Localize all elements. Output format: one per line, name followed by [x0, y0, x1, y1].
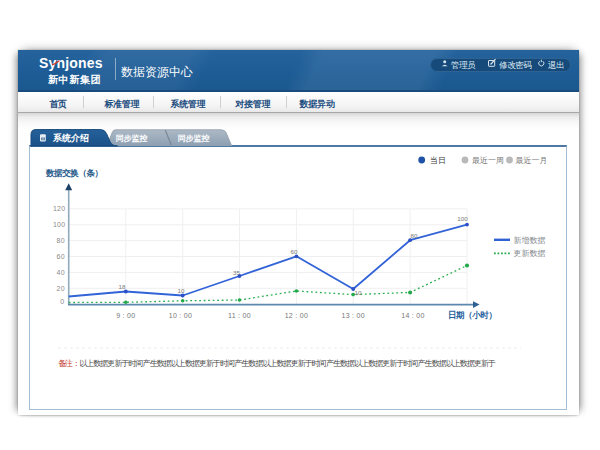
svg-text:10: 10 [355, 289, 362, 296]
svg-text:80: 80 [57, 237, 65, 244]
svg-text:10 : 00: 10 : 00 [169, 312, 193, 319]
svg-text:35: 35 [233, 269, 240, 276]
svg-text:20: 20 [57, 285, 65, 292]
svg-text:13 : 00: 13 : 00 [341, 312, 365, 319]
svg-text:新增数据: 新增数据 [514, 236, 546, 245]
svg-text:9 : 00: 9 : 00 [116, 312, 135, 319]
svg-text:当日: 当日 [430, 156, 446, 165]
svg-text:数据交换（条）: 数据交换（条） [45, 168, 103, 178]
svg-text:80: 80 [411, 232, 418, 239]
svg-text:12 : 00: 12 : 00 [285, 312, 309, 319]
svg-text:60: 60 [291, 248, 298, 255]
svg-text:60: 60 [57, 253, 65, 260]
svg-text:11 : 00: 11 : 00 [228, 312, 251, 319]
svg-text:18: 18 [119, 283, 126, 290]
svg-text:120: 120 [53, 205, 66, 212]
svg-text:100: 100 [457, 215, 468, 222]
svg-text:最近一周: 最近一周 [472, 156, 504, 165]
svg-text:100: 100 [53, 221, 66, 228]
svg-text:日期（小时）: 日期（小时） [448, 310, 497, 320]
svg-text:40: 40 [57, 269, 65, 276]
svg-text:同步监控: 同步监控 [178, 134, 210, 143]
svg-text:系统介绍: 系统介绍 [52, 133, 89, 143]
svg-text:更新数据: 更新数据 [514, 249, 546, 258]
svg-text:同步监控: 同步监控 [116, 134, 148, 143]
svg-text:最近一月: 最近一月 [516, 156, 548, 165]
svg-text:10: 10 [178, 287, 185, 294]
svg-text:14 : 00: 14 : 00 [401, 312, 425, 319]
svg-text:0: 0 [60, 298, 64, 305]
